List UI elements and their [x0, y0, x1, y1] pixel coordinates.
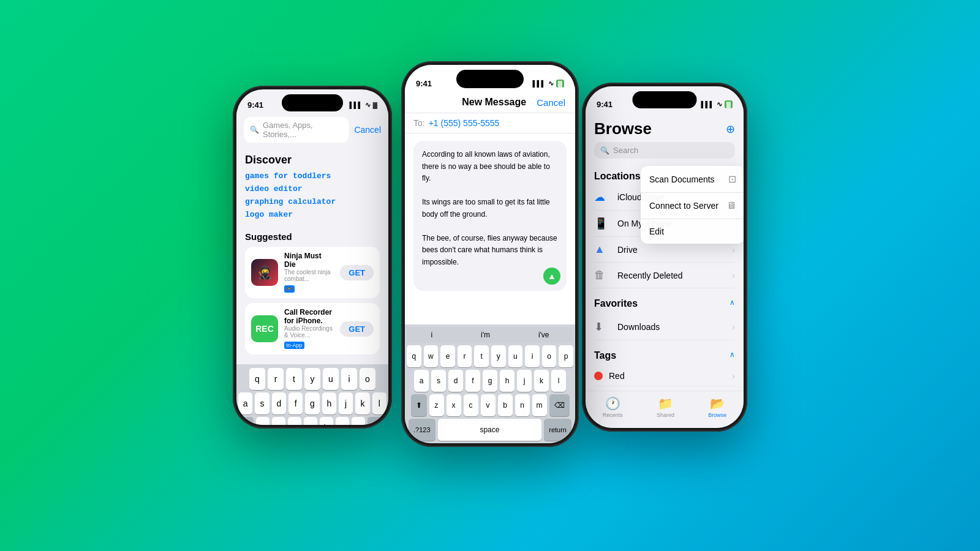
context-edit[interactable]: Edit — [641, 219, 744, 244]
msg-key-n[interactable]: n — [515, 394, 530, 416]
msg-key-return[interactable]: return — [544, 419, 571, 441]
more-icon[interactable]: ⊕ — [726, 122, 735, 136]
msg-key-p[interactable]: p — [559, 345, 573, 367]
key-s[interactable]: s — [255, 392, 269, 414]
msg-key-y[interactable]: y — [491, 345, 506, 367]
key-r[interactable]: r — [268, 368, 284, 390]
key-n[interactable]: n — [336, 417, 349, 425]
msg-key-l[interactable]: l — [551, 370, 566, 392]
key-z[interactable]: z — [256, 417, 270, 425]
discover-item-1[interactable]: games for toddlers — [245, 171, 380, 181]
key-t[interactable]: t — [286, 368, 302, 390]
search-input-wrap[interactable]: 🔍 Games, Apps, Stories,... — [244, 117, 349, 143]
key-f[interactable]: f — [288, 392, 303, 414]
files-header: Browse ⊕ 🔍 Search — [586, 113, 744, 166]
appstore-cancel-button[interactable]: Cancel — [354, 125, 381, 135]
message-bubble[interactable]: According to all known laws of aviation,… — [413, 141, 567, 291]
discover-item-4[interactable]: logo maker — [245, 210, 380, 219]
key-a[interactable]: a — [238, 392, 252, 414]
msg-key-w[interactable]: w — [424, 345, 439, 367]
context-connect-server[interactable]: Connect to Server 🖥 — [641, 193, 744, 219]
key-delete[interactable]: ⌫ — [368, 417, 388, 425]
suggestion-ive[interactable]: i've — [533, 329, 554, 340]
msg-key-j[interactable]: j — [517, 370, 532, 392]
msg-key-space[interactable]: space — [438, 419, 542, 441]
discover-item-3[interactable]: graphing calculator — [245, 197, 380, 206]
drive-icon: ▲ — [594, 243, 611, 256]
msg-key-m[interactable]: m — [532, 394, 547, 416]
msg-key-r[interactable]: r — [458, 345, 472, 367]
msg-key-x[interactable]: x — [447, 394, 461, 416]
send-button[interactable]: ▲ — [543, 268, 560, 285]
messages-cancel-button[interactable]: Cancel — [537, 97, 565, 108]
key-m[interactable]: m — [352, 417, 365, 425]
recorder-get-button[interactable]: GET — [340, 321, 374, 337]
msg-key-k[interactable]: k — [534, 370, 549, 392]
msg-key-u[interactable]: u — [508, 345, 523, 367]
msg-key-s[interactable]: s — [431, 370, 446, 392]
to-number[interactable]: +1 (555) 555-5555 — [429, 118, 500, 128]
key-b[interactable]: b — [320, 417, 333, 425]
favorites-collapse-button[interactable]: ∧ — [729, 298, 735, 307]
center-status-icons: ▌▌▌ ∿ ▓ — [532, 80, 564, 88]
key-h[interactable]: h — [322, 392, 336, 414]
deleted-icon: 🗑 — [594, 269, 611, 282]
suggestion-im[interactable]: i'm — [476, 329, 495, 340]
tags-section: Red › Orange › Yellow › — [594, 366, 735, 391]
msg-key-v[interactable]: v — [481, 394, 496, 416]
key-shift[interactable]: ⬆ — [238, 417, 254, 425]
app-card-recorder[interactable]: REC Call Recorder for iPhone. Audio Reco… — [245, 303, 380, 354]
msg-key-z[interactable]: z — [429, 394, 444, 416]
wifi-icon: ∿ — [365, 101, 371, 109]
key-k[interactable]: k — [355, 392, 369, 414]
msg-key-g[interactable]: g — [483, 370, 497, 392]
tags-collapse-button[interactable]: ∧ — [729, 350, 735, 359]
tag-row-orange[interactable]: Orange › — [594, 386, 735, 391]
tab-browse[interactable]: 📂 Browse — [708, 396, 726, 418]
file-row-deleted[interactable]: 🗑 Recently Deleted › — [594, 263, 735, 288]
key-v[interactable]: v — [304, 417, 317, 425]
msg-key-a[interactable]: a — [414, 370, 429, 392]
msg-key-shift[interactable]: ⬆ — [411, 394, 427, 416]
key-y[interactable]: y — [304, 368, 320, 390]
msg-key-delete[interactable]: ⌫ — [549, 394, 570, 416]
msg-key-q[interactable]: q — [407, 345, 421, 367]
shared-icon: 📁 — [658, 396, 673, 411]
wifi-icon: ∿ — [548, 80, 554, 88]
key-d[interactable]: d — [272, 392, 286, 414]
msg-key-f[interactable]: f — [466, 370, 480, 392]
tab-shared[interactable]: 📁 Shared — [657, 396, 674, 418]
files-search-icon: 🔍 — [600, 146, 609, 155]
app-card-ninja[interactable]: 🥷 Ninja Must Die The coolest ninja comba… — [245, 247, 380, 298]
msg-key-c[interactable]: c — [464, 394, 478, 416]
key-l[interactable]: l — [372, 392, 386, 414]
key-u[interactable]: u — [323, 368, 339, 390]
drive-name: Drive — [617, 245, 732, 255]
key-c[interactable]: c — [288, 417, 301, 425]
tag-row-red[interactable]: Red › — [594, 366, 735, 386]
msg-key-e[interactable]: e — [440, 345, 455, 367]
file-row-downloads[interactable]: ⬇ Downloads › — [594, 314, 735, 340]
context-scan-documents[interactable]: Scan Documents ⊡ — [641, 166, 744, 193]
msg-key-d[interactable]: d — [448, 370, 463, 392]
suggestion-i[interactable]: i — [426, 329, 437, 340]
msg-key-t[interactable]: t — [474, 345, 489, 367]
ninja-get-button[interactable]: GET — [340, 265, 374, 280]
msg-key-o[interactable]: o — [542, 345, 557, 367]
key-g[interactable]: g — [305, 392, 319, 414]
key-q[interactable]: q — [249, 368, 265, 390]
key-i[interactable]: i — [341, 368, 357, 390]
msg-key-h[interactable]: h — [500, 370, 514, 392]
msg-key-i[interactable]: i — [525, 345, 540, 367]
key-o[interactable]: o — [360, 368, 375, 390]
key-x[interactable]: x — [272, 417, 285, 425]
tab-recents[interactable]: 🕐 Recents — [603, 396, 623, 418]
key-j[interactable]: j — [339, 392, 353, 414]
files-search-bar[interactable]: 🔍 Search — [594, 142, 735, 159]
ninja-app-desc: The coolest ninja combat... — [284, 269, 334, 282]
msg-key-numbers[interactable]: .?123 — [409, 419, 435, 441]
appstore-search-bar: 🔍 Games, Apps, Stories,... Cancel — [236, 112, 388, 148]
recents-label: Recents — [603, 412, 623, 418]
msg-key-b[interactable]: b — [498, 394, 513, 416]
discover-item-2[interactable]: video editor — [245, 184, 380, 193]
